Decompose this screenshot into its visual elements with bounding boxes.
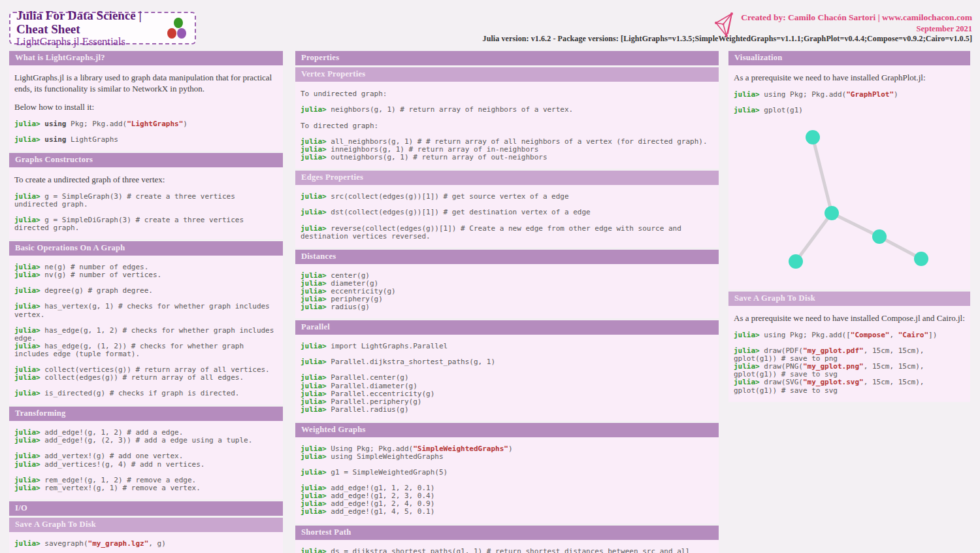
julia-prompt: julia> — [14, 263, 41, 271]
section-graphs-constructors: Graphs ConstructorsTo create a undirecte… — [9, 153, 283, 239]
code-line: julia> has_vertex(g, 1) # checks for whe… — [14, 303, 278, 318]
section-distances: Distancesjulia> center(g)julia> diameter… — [295, 250, 719, 318]
julia-prompt: julia> — [301, 405, 327, 414]
section-transforming: Transformingjulia> add_edge!(g, 1, 2) # … — [9, 407, 283, 499]
section-content: To undirected graph:julia> neighbors(g, … — [295, 82, 719, 169]
julia-prompt: julia> — [301, 342, 327, 350]
code-block: julia> using LightGraphs — [14, 136, 278, 144]
code-segment: all_neighbors(g, 1) # # return array of … — [327, 137, 708, 146]
code-block: julia> src(collect(edges(g))[1]) # get s… — [301, 193, 713, 201]
code-segment: add_edge!(g, (2, 3)) # add a edge using … — [41, 436, 253, 444]
code-block: julia> add_edge!(g, 1, 2) # add a edge.j… — [14, 429, 278, 444]
code-block: julia> has_edge(g, 1, 2) # checks for wh… — [14, 327, 278, 358]
section-content: julia> savegraph("my_graph.lgz", g) — [9, 532, 283, 553]
section-header-i-o: I/O — [9, 501, 283, 516]
code-block: julia> using Pkg; Pkg.add(["Compose", "C… — [734, 331, 965, 339]
julia-prompt: julia> — [734, 90, 760, 99]
code-line: julia> reverse(collect(edges(g))[1]) # C… — [301, 225, 713, 241]
code-segment: has_edge(g, (1, 2)) # checks for whether… — [14, 342, 248, 358]
section-basic-operations-on-a-graph: Basic Operations On A Graphjulia> ne(g) … — [9, 241, 283, 405]
code-segment: add_edge!(g1, 1, 2, 0.1) — [327, 484, 435, 492]
julia-prompt: julia> — [734, 346, 760, 355]
julia-prompt: julia> — [301, 499, 327, 508]
code-block: julia> has_vertex(g, 1) # checks for whe… — [14, 303, 278, 318]
code-segment: , g) — [148, 539, 166, 548]
julia-prompt: julia> — [301, 208, 327, 216]
paragraph: LightGraphs.jl is a library used to grap… — [14, 73, 278, 95]
code-segment: draw(SVG( — [760, 378, 803, 386]
code-segment: "my_gplot.svg" — [803, 378, 864, 386]
code-line: julia> g = SimpleGraph(3) # create a thr… — [14, 193, 278, 209]
code-block: julia> dst(collect(edges(g))[1]) # get d… — [301, 209, 713, 216]
paragraph: To directed graph: — [301, 122, 713, 130]
code-segment: ne(g) # number of edges. — [41, 263, 149, 271]
section-content: As a prerequisite we need to have instal… — [728, 65, 970, 290]
code-block: julia> center(g)julia> diameter(g)julia>… — [301, 272, 713, 311]
code-segment: , — [889, 331, 898, 339]
graph-node — [789, 254, 803, 269]
julia-prompt: julia> — [301, 137, 327, 146]
columns-container: What is LightGraphs.jl?LightGraphs.jl is… — [9, 51, 970, 553]
credit-date: September 2021 — [741, 24, 972, 34]
code-block: julia> all_neighbors(g, 1) # # return ar… — [301, 138, 713, 161]
julia-prompt: julia> — [14, 326, 41, 335]
code-segment: reverse(collect(edges(g))[1]) # Create a… — [301, 224, 685, 241]
code-block: julia> g = SimpleGraph(3) # create a thr… — [14, 193, 278, 209]
code-segment: Using Pkg; Pkg.add( — [327, 444, 413, 453]
code-segment: degree(g) # graph degree. — [41, 286, 153, 295]
code-segment: has_edge(g, 1, 2) # checks for whether g… — [14, 326, 278, 343]
code-segment: add_vertices!(g, 4) # add n vertices. — [41, 460, 205, 469]
julia-prompt: julia> — [301, 468, 327, 477]
code-segment: Parallel.diameter(g) — [327, 382, 417, 390]
graph-edge — [813, 137, 832, 213]
julia-prompt: julia> — [14, 286, 41, 295]
graph-node — [825, 206, 839, 220]
julia-prompt: julia> — [301, 492, 327, 500]
julia-prompt: julia> — [14, 342, 41, 350]
section-content: julia> add_edge!(g, 1, 2) # add a edge.j… — [9, 421, 283, 499]
section-shortest-path: Shortest Pathjulia> ds = dijkstra_shorte… — [295, 526, 719, 553]
julia-prompt: julia> — [301, 105, 327, 114]
code-segment: radius(g) — [327, 303, 370, 311]
julia-prompt: julia> — [301, 153, 327, 161]
julia-prompt: julia> — [301, 295, 327, 303]
code-segment: using SimpleWeightedGraphs — [327, 452, 444, 461]
julia-prompt: julia> — [301, 382, 327, 390]
section-what-is-lightgraphs-jl: What is LightGraphs.jl?LightGraphs.jl is… — [9, 51, 283, 151]
paragraph: As a prerequisite we need to have instal… — [734, 73, 965, 84]
julia-prompt: julia> — [301, 484, 327, 492]
code-segment: "Compose" — [851, 331, 890, 339]
section-content: To create a undirected graph of three ve… — [9, 167, 283, 239]
graph-edge — [832, 213, 879, 237]
code-block: julia> ds = dijkstra_shortest_paths(g1, … — [301, 548, 713, 553]
julia-prompt: julia> — [14, 476, 41, 484]
code-line: julia> collect(edges(g)) # return array … — [14, 374, 278, 382]
julia-prompt: julia> — [734, 331, 760, 339]
code-segment: nv(g) # number of vertices. — [41, 271, 161, 279]
code-segment: ) — [894, 90, 898, 99]
column-left: What is LightGraphs.jl?LightGraphs.jl is… — [9, 51, 283, 553]
paragraph: To undirected graph: — [301, 90, 713, 98]
section-header-basic-operations-on-a-graph: Basic Operations On A Graph — [9, 241, 283, 256]
code-line: julia> radius(g) — [301, 303, 713, 311]
julia-prompt: julia> — [301, 145, 327, 154]
code-segment: Parallel.radius(g) — [327, 405, 409, 414]
paragraph: Below how to install it: — [14, 102, 278, 113]
code-line: julia> savegraph("my_graph.lgz", g) — [14, 540, 278, 548]
julia-prompt: julia> — [301, 390, 327, 398]
code-segment: collect(edges(g)) # return array of all … — [41, 373, 244, 382]
code-segment: using — [41, 120, 67, 128]
julia-prompt: julia> — [14, 539, 41, 548]
page-title-line1: Julia For Data Science | Cheat Sheet — [16, 8, 167, 37]
graph-node — [872, 229, 887, 244]
code-segment: is_directed(g) # checks if graph is dire… — [41, 389, 240, 397]
code-segment: Pkg; Pkg.add( — [67, 120, 127, 128]
section-parallel: Paralleljulia> import LightGraphs.Parall… — [295, 320, 719, 421]
julia-prompt: julia> — [734, 362, 760, 371]
section-header-shortest-path: Shortest Path — [295, 526, 719, 540]
section-content: julia> Using Pkg; Pkg.add("SimpleWeighte… — [295, 437, 719, 524]
code-block: julia> g = SimpleDiGraph(3) # create a t… — [14, 216, 278, 232]
code-block: julia> Parallel.dijkstra_shortest_paths(… — [301, 358, 713, 366]
code-line: julia> outneighbors(g, 1) # return array… — [301, 154, 713, 161]
julia-prompt: julia> — [301, 547, 327, 553]
